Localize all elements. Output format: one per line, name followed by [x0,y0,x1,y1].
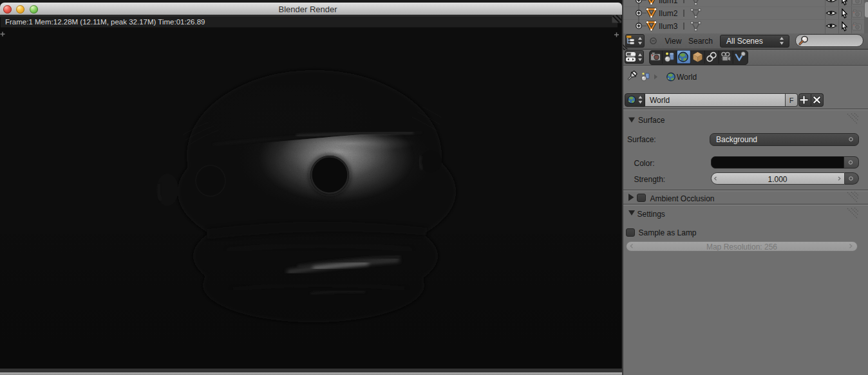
svg-text:Frame:1 Mem:12.28M (12.11M, pe: Frame:1 Mem:12.28M (12.11M, peak 32.17M)… [5,18,205,26]
